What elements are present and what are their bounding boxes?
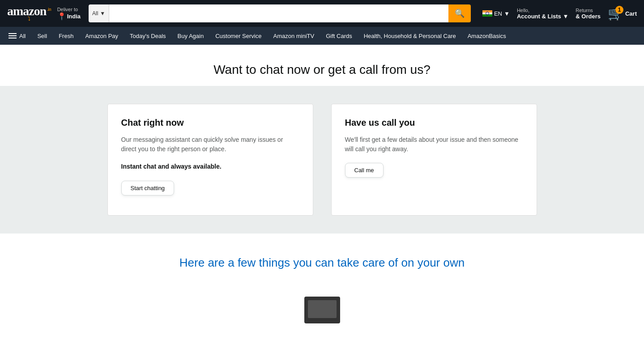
location-icon: 📍: [57, 12, 66, 21]
india-flag: [482, 10, 492, 17]
returns-orders[interactable]: Returns & Orders: [576, 8, 601, 20]
search-category-dropdown[interactable]: All ▼: [89, 4, 109, 22]
call-card: Have us call you We'll first get a few d…: [331, 104, 537, 216]
device-screen: [308, 300, 337, 318]
search-input[interactable]: [109, 4, 448, 22]
deliver-to[interactable]: Deliver to 📍 India: [57, 7, 81, 21]
self-service-title: Here are a few things you can take care …: [9, 256, 635, 270]
page-title: Want to chat now or get a call from us?: [9, 63, 635, 77]
nav-all-menu[interactable]: All: [4, 30, 30, 42]
account-hello: Hello,: [517, 8, 568, 13]
language-chevron-icon: ▼: [504, 10, 510, 17]
start-chatting-button[interactable]: Start chatting: [121, 181, 175, 195]
call-me-button[interactable]: Call me: [345, 163, 384, 178]
chat-card: Chat right now Our messaging assistant c…: [107, 104, 313, 216]
returns-line1: Returns: [576, 8, 601, 13]
language-label: EN: [494, 10, 502, 17]
search-bar: All ▼ 🔍: [89, 4, 471, 22]
nav-item-health[interactable]: Health, Household & Personal Care: [359, 30, 461, 42]
contact-options-section: Chat right now Our messaging assistant c…: [0, 86, 644, 234]
call-card-description: We'll first get a few details about your…: [345, 135, 523, 154]
deliver-label: Deliver to: [57, 7, 81, 12]
navigation-bar: All Sell Fresh Amazon Pay Today's Deals …: [0, 27, 644, 45]
logo-suffix: .in: [47, 6, 51, 12]
main-content: Want to chat now or get a call from us? …: [0, 45, 644, 337]
header-right: EN ▼ Hello, Account & Lists ▼ Returns & …: [482, 6, 637, 21]
chat-card-description: Our messaging assistant can quickly solv…: [121, 135, 299, 154]
cart-button[interactable]: 🛒 1 Cart: [608, 6, 637, 21]
nav-item-sell[interactable]: Sell: [32, 30, 52, 42]
hamburger-icon: [9, 33, 17, 38]
site-header: amazon.in ⤵ Deliver to 📍 India All ▼ 🔍: [0, 0, 644, 27]
nav-item-gift-cards[interactable]: Gift Cards: [321, 30, 357, 42]
account-menu[interactable]: Hello, Account & Lists ▼: [517, 8, 568, 20]
language-selector[interactable]: EN ▼: [482, 10, 510, 17]
nav-item-minitv[interactable]: Amazon miniTV: [268, 30, 319, 42]
page-title-section: Want to chat now or get a call from us?: [0, 45, 644, 86]
nav-item-fresh[interactable]: Fresh: [54, 30, 78, 42]
amazon-logo[interactable]: amazon.in ⤵: [7, 5, 51, 22]
deliver-location: India: [67, 13, 81, 20]
nav-all-label: All: [19, 33, 26, 39]
cart-label: Cart: [625, 10, 637, 17]
self-service-section: Here are a few things you can take care …: [0, 234, 644, 283]
nav-item-amazonbasics[interactable]: AmazonBasics: [463, 30, 511, 42]
cart-icon-wrap: 🛒 1: [608, 6, 623, 21]
chevron-down-icon: ▼: [100, 10, 105, 17]
nav-item-todays-deals[interactable]: Today's Deals: [125, 30, 171, 42]
account-chevron-icon: ▼: [563, 13, 568, 20]
account-lists-label: Account & Lists ▼: [517, 13, 568, 20]
cart-count: 1: [615, 6, 623, 14]
returns-line2: & Orders: [576, 13, 601, 20]
nav-item-amazon-pay[interactable]: Amazon Pay: [80, 30, 123, 42]
device-icon: [304, 297, 340, 323]
search-button[interactable]: 🔍: [448, 4, 471, 22]
chat-card-highlight: Instant chat and always available.: [121, 163, 299, 170]
search-icon: 🔍: [455, 9, 465, 18]
bottom-area: [0, 283, 644, 337]
nav-item-buy-again[interactable]: Buy Again: [173, 30, 209, 42]
chat-card-title: Chat right now: [121, 118, 299, 128]
call-card-title: Have us call you: [345, 118, 523, 128]
nav-item-customer-service[interactable]: Customer Service: [210, 30, 266, 42]
